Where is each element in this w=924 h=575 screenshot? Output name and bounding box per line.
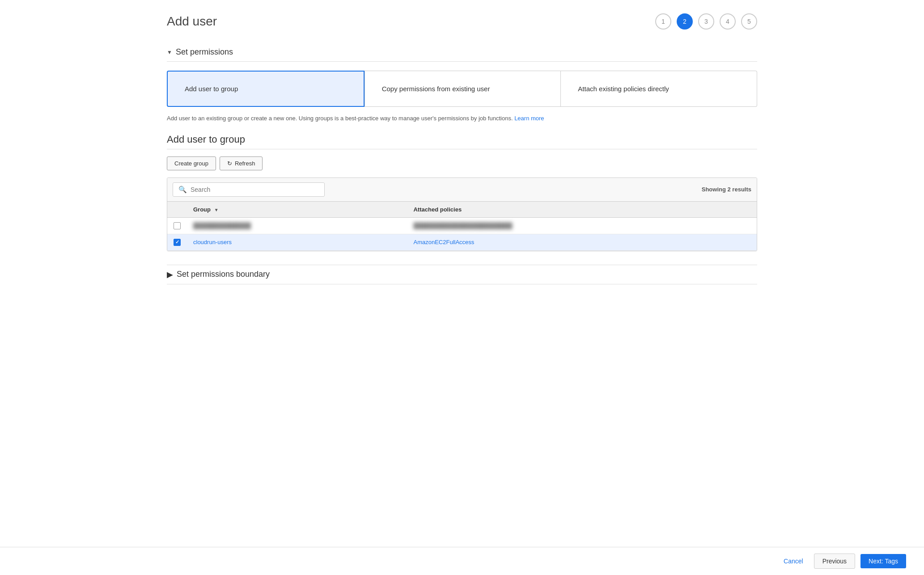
table-body: ██████████████████████████████████████cl…	[167, 217, 757, 250]
chevron-down-icon: ▼	[167, 49, 172, 55]
learn-more-link[interactable]: Learn more	[514, 115, 544, 122]
step-2: 2	[677, 13, 693, 30]
select-all-header	[167, 202, 187, 218]
refresh-icon: ↻	[227, 160, 232, 167]
permissions-boundary-title: Set permissions boundary	[177, 270, 270, 279]
step-5: 5	[741, 13, 757, 30]
copy-permissions-label: Copy permissions from existing user	[382, 85, 490, 93]
table-header-row: Group ▼ Attached policies	[167, 202, 757, 218]
step-1: 1	[655, 13, 671, 30]
showing-results: Showing 2 results	[702, 186, 751, 193]
action-buttons: Create group ↻ Refresh	[167, 156, 757, 170]
row-checkbox[interactable]	[167, 234, 187, 250]
footer-bar: Cancel Previous Next: Tags	[0, 547, 924, 575]
table-row[interactable]: cloudrun-usersAmazonEC2FullAccess	[167, 234, 757, 250]
add-user-to-group-title: Add user to group	[167, 134, 757, 149]
permissions-boundary-header[interactable]: ▶ Set permissions boundary	[167, 265, 757, 284]
attach-policies-option[interactable]: Attach existing policies directly	[561, 71, 757, 107]
sort-icon: ▼	[214, 207, 219, 212]
attach-policies-label: Attach existing policies directly	[578, 85, 669, 93]
page-title: Add user	[167, 14, 217, 29]
table-toolbar: 🔍 Showing 2 results	[167, 178, 757, 202]
permission-options: + Add user to group Copy permissions fro…	[167, 71, 757, 107]
next-tags-button[interactable]: Next: Tags	[860, 554, 906, 568]
header-row: Add user 1 2 3 4 5	[167, 13, 757, 30]
create-group-button[interactable]: Create group	[167, 156, 216, 170]
policies-cell: AmazonEC2FullAccess	[407, 234, 757, 250]
policies-cell: ████████████████████████	[407, 217, 757, 234]
groups-table: Group ▼ Attached policies ██████████████…	[167, 202, 757, 251]
group-name-cell[interactable]: cloudrun-users	[187, 234, 407, 250]
cancel-button[interactable]: Cancel	[778, 554, 809, 568]
groups-table-container: 🔍 Showing 2 results Group ▼ Attached pol…	[167, 178, 757, 251]
search-input[interactable]	[191, 186, 319, 193]
set-permissions-header[interactable]: ▼ Set permissions	[167, 43, 757, 62]
group-name-cell[interactable]: ██████████████	[187, 217, 407, 234]
previous-button[interactable]: Previous	[814, 554, 855, 569]
policies-column-header: Attached policies	[407, 202, 757, 218]
step-3: 3	[698, 13, 714, 30]
group-column-header[interactable]: Group ▼	[187, 202, 407, 218]
checkbox-wrapper[interactable]	[174, 222, 181, 229]
step-indicators: 1 2 3 4 5	[655, 13, 757, 30]
add-user-to-group-label: Add user to group	[185, 85, 238, 93]
checkbox-wrapper[interactable]	[174, 239, 181, 246]
step-4: 4	[720, 13, 736, 30]
search-box[interactable]: 🔍	[173, 182, 325, 197]
row-checkbox[interactable]	[167, 217, 187, 234]
chevron-right-icon: ▶	[167, 270, 173, 279]
description-text: Add user to an existing group or create …	[167, 114, 757, 123]
copy-permissions-option[interactable]: Copy permissions from existing user	[365, 71, 561, 107]
set-permissions-title: Set permissions	[176, 47, 233, 57]
table-row[interactable]: ██████████████████████████████████████	[167, 217, 757, 234]
permissions-boundary-section: ▶ Set permissions boundary	[167, 265, 757, 284]
add-user-to-group-option[interactable]: + Add user to group	[167, 71, 365, 107]
search-icon: 🔍	[178, 186, 187, 194]
refresh-button[interactable]: ↻ Refresh	[220, 156, 263, 170]
